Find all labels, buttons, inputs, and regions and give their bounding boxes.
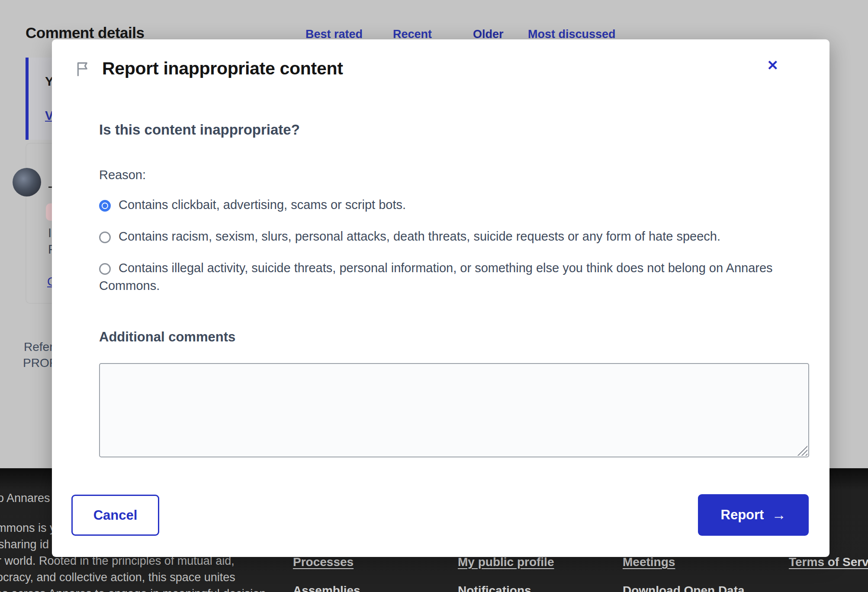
cancel-button[interactable]: Cancel [71, 495, 159, 536]
report-button[interactable]: Report → [698, 494, 809, 536]
reason-option-spam[interactable]: Contains clickbait, advertising, scams o… [99, 196, 796, 214]
footer-about-line: ocracy, and collective action, this spac… [0, 571, 235, 584]
report-button-label: Report [721, 507, 764, 523]
reason-options: Contains clickbait, advertising, scams o… [99, 196, 796, 309]
footer-link-download-open-data[interactable]: Download Open Data [623, 584, 745, 592]
footer-link-notifications[interactable]: Notifications [458, 584, 531, 592]
footer-link-meetings[interactable]: Meetings [623, 555, 675, 569]
report-modal-header: Report inappropriate content [74, 58, 343, 79]
close-icon[interactable]: ✕ [767, 58, 778, 72]
radio-selected-icon[interactable] [99, 200, 111, 212]
footer-about-line: sharing id [0, 538, 49, 551]
footer-about-line: es across Annares to engage in meaningfu… [0, 587, 270, 592]
reference-line-1: Refer [24, 340, 53, 354]
footer-about-line: mmons is y [0, 521, 56, 535]
page-title: Comment details [26, 24, 145, 42]
additional-comments-label: Additional comments [99, 329, 235, 345]
radio-unselected-icon[interactable] [99, 232, 111, 243]
footer-link-assemblies[interactable]: Assemblies [293, 584, 360, 592]
additional-comments-field-wrap [99, 363, 809, 457]
arrow-right-icon: → [772, 507, 786, 523]
additional-comments-textarea[interactable] [99, 363, 809, 457]
radio-unselected-icon[interactable] [99, 263, 111, 275]
flag-icon [74, 60, 92, 77]
comment-text-fragment-1: I [48, 226, 51, 240]
reason-option-label: Contains racism, sexism, slurs, personal… [119, 229, 720, 243]
report-question: Is this content inappropriate? [99, 122, 300, 138]
reason-label: Reason: [99, 168, 146, 182]
reason-option-label: Contains clickbait, advertising, scams o… [119, 198, 406, 212]
footer-link-terms-of-service[interactable]: Terms of Serv [789, 555, 868, 569]
report-modal: Report inappropriate content ✕ Is this c… [52, 39, 829, 557]
footer-link-processes[interactable]: Processes [293, 555, 354, 569]
report-modal-title: Report inappropriate content [102, 58, 343, 79]
footer-link-my-public-profile[interactable]: My public profile [458, 555, 554, 569]
reason-option-does-not-belong[interactable]: Contains illegal activity, suicide threa… [99, 259, 796, 295]
avatar [13, 168, 41, 196]
screen: Comment details Best rated Recent Older … [0, 0, 868, 592]
reason-option-label: Contains illegal activity, suicide threa… [99, 261, 773, 293]
reason-option-hate-speech[interactable]: Contains racism, sexism, slurs, personal… [99, 228, 796, 245]
